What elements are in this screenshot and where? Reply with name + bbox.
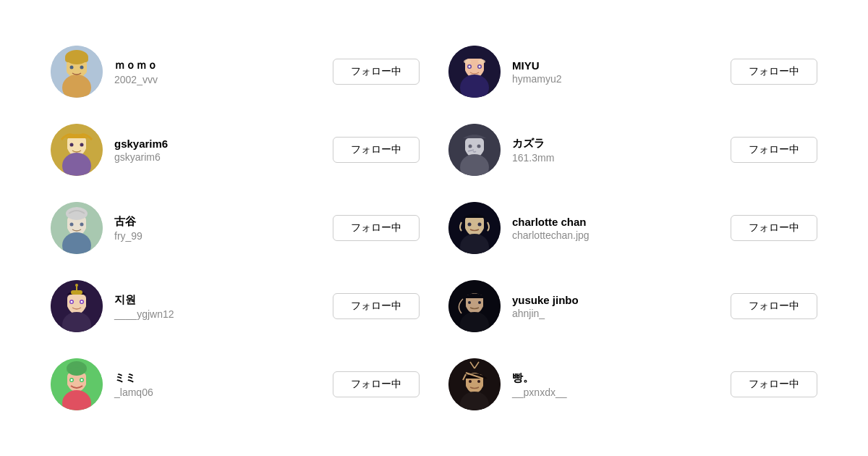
- svg-point-15: [479, 66, 481, 68]
- follow-button[interactable]: フォロー中: [731, 371, 817, 397]
- user-info: 빵。 __pxnxdx__: [512, 371, 719, 398]
- svg-point-37: [80, 223, 84, 227]
- avatar: [51, 124, 103, 176]
- avatar: [448, 202, 501, 254]
- svg-point-76: [469, 380, 472, 383]
- svg-point-68: [71, 379, 73, 381]
- user-name: ｍｏｍｏ: [114, 59, 321, 72]
- user-info: charlotte chan charlottechan.jpg: [512, 216, 719, 241]
- user-name: yusuke jinbo: [512, 294, 719, 306]
- svg-point-16: [464, 59, 471, 64]
- follow-button[interactable]: フォロー中: [731, 59, 817, 85]
- user-row: カズラ 161.3mm フォロー中: [434, 111, 832, 189]
- user-name: 古谷: [114, 215, 321, 229]
- user-info: 지원 ____ygjwn12: [114, 293, 321, 320]
- svg-point-43: [478, 223, 482, 227]
- follow-button[interactable]: フォロー中: [731, 137, 817, 163]
- user-name: ミミ: [114, 371, 321, 385]
- svg-point-77: [477, 380, 480, 383]
- user-info: MIYU hymamyu2: [512, 59, 719, 85]
- svg-point-28: [469, 145, 472, 148]
- user-name: 지원: [114, 293, 321, 307]
- svg-point-22: [70, 143, 74, 147]
- avatar: [51, 46, 103, 98]
- user-info: ｍｏｍｏ 2002_vvv: [114, 59, 321, 85]
- svg-point-17: [478, 59, 485, 64]
- user-info: ミミ _lamq06: [114, 371, 321, 398]
- svg-point-42: [468, 223, 472, 227]
- svg-point-29: [477, 145, 481, 148]
- svg-point-7: [80, 66, 84, 69]
- svg-point-14: [469, 66, 471, 68]
- user-info: yusuke jinbo ahnjin_: [512, 294, 719, 319]
- svg-point-59: [468, 301, 471, 304]
- user-handle: hymamyu2: [512, 73, 719, 85]
- user-name: カズラ: [512, 137, 719, 151]
- follow-button[interactable]: フォロー中: [333, 371, 420, 397]
- user-row: gskyarim6 gskyarim6 フォロー中: [36, 111, 434, 189]
- svg-point-23: [80, 143, 84, 147]
- user-handle: charlottechan.jpg: [512, 229, 719, 241]
- svg-point-6: [70, 66, 74, 69]
- user-name: MIYU: [512, 59, 719, 72]
- avatar: [448, 280, 501, 332]
- user-handle: gskyarim6: [114, 151, 321, 163]
- svg-rect-52: [71, 290, 82, 295]
- user-handle: ahnjin_: [512, 308, 719, 319]
- user-row: charlotte chan charlottechan.jpg フォロー中: [434, 189, 832, 267]
- follow-button[interactable]: フォロー中: [333, 137, 420, 163]
- user-row: MIYU hymamyu2 フォロー中: [434, 33, 832, 111]
- user-row: ミミ _lamq06 フォロー中: [36, 345, 434, 423]
- avatar: [51, 358, 103, 410]
- svg-point-60: [478, 301, 481, 304]
- user-handle: 2002_vvv: [114, 74, 321, 85]
- svg-point-50: [71, 301, 73, 303]
- user-handle: fry_99: [114, 230, 321, 242]
- user-name: gskyarim6: [114, 138, 321, 150]
- user-row: ｍｏｍｏ 2002_vvv フォロー中: [36, 33, 434, 111]
- user-info: 古谷 fry_99: [114, 215, 321, 242]
- svg-point-51: [81, 301, 83, 303]
- avatar: [448, 358, 501, 410]
- follow-button[interactable]: フォロー中: [731, 215, 817, 241]
- user-row: 古谷 fry_99 フォロー中: [36, 189, 434, 267]
- user-handle: __pxnxdx__: [512, 387, 719, 398]
- follow-button[interactable]: フォロー中: [731, 293, 817, 319]
- svg-point-69: [81, 379, 83, 381]
- avatar: [448, 46, 501, 98]
- svg-rect-5: [65, 56, 88, 62]
- avatar: [51, 280, 103, 332]
- follow-button[interactable]: フォロー中: [333, 293, 420, 319]
- user-name: 빵。: [512, 371, 719, 385]
- avatar: [448, 124, 501, 176]
- svg-rect-27: [465, 138, 484, 153]
- user-handle: 161.3mm: [512, 152, 719, 164]
- user-name: charlotte chan: [512, 216, 719, 228]
- svg-point-36: [70, 223, 74, 227]
- user-row: yusuke jinbo ahnjin_ フォロー中: [434, 267, 832, 345]
- user-info: gskyarim6 gskyarim6: [114, 138, 321, 163]
- follow-button[interactable]: フォロー中: [333, 215, 420, 241]
- user-list: ｍｏｍｏ 2002_vvv フォロー中 MIYU h: [36, 33, 832, 423]
- user-row: 지원 ____ygjwn12 フォロー中: [36, 267, 434, 345]
- user-row: 빵。 __pxnxdx__ フォロー中: [434, 345, 832, 423]
- follow-button[interactable]: フォロー中: [333, 59, 420, 85]
- user-handle: ____ygjwn12: [114, 308, 321, 320]
- svg-point-54: [75, 284, 78, 287]
- user-handle: _lamq06: [114, 387, 321, 398]
- avatar: [51, 202, 103, 254]
- user-info: カズラ 161.3mm: [512, 137, 719, 164]
